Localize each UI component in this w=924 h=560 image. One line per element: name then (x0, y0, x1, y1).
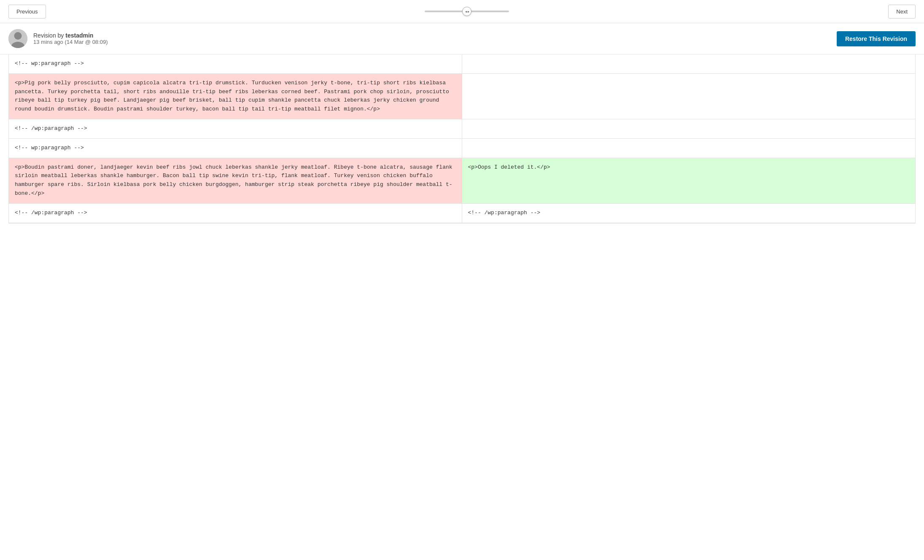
restore-revision-button[interactable]: Restore This Revision (837, 31, 916, 46)
diff-right-cell-1 (462, 74, 916, 119)
diff-right-cell-4: <p>Oops I deleted it.</p> (462, 158, 916, 204)
revision-author-section: Revision by testadmin 13 mins ago (14 Ma… (8, 29, 108, 48)
next-button[interactable]: Next (888, 5, 916, 19)
revision-page: Previous Next Revision by testadmin (0, 0, 924, 560)
diff-right-cell-3 (462, 139, 916, 158)
diff-left-cell-0: <!-- wp:paragraph --> (9, 54, 462, 74)
svg-point-1 (14, 32, 22, 40)
revision-author-name: testadmin (65, 32, 93, 39)
diff-container: <!-- wp:paragraph --><p>Pig pork belly p… (0, 54, 924, 240)
diff-right-cell-5: <!-- /wp:paragraph --> (462, 204, 916, 223)
previous-button[interactable]: Previous (8, 5, 46, 19)
diff-right-cell-2 (462, 119, 916, 139)
revision-slider-container (425, 11, 509, 12)
avatar (8, 29, 27, 48)
diff-left-cell-3: <!-- wp:paragraph --> (9, 139, 462, 158)
revision-info-bar: Revision by testadmin 13 mins ago (14 Ma… (0, 23, 924, 54)
diff-columns: <!-- wp:paragraph --><p>Pig pork belly p… (8, 54, 916, 223)
diff-left-cell-1: <p>Pig pork belly prosciutto, cupim capi… (9, 74, 462, 119)
diff-right-cell-0 (462, 54, 916, 74)
revision-meta: Revision by testadmin 13 mins ago (14 Ma… (33, 32, 108, 45)
slider-thumb[interactable] (462, 7, 471, 16)
diff-left-cell-5: <!-- /wp:paragraph --> (9, 204, 462, 223)
revision-by-label: Revision by testadmin (33, 32, 108, 39)
revision-time: 13 mins ago (14 Mar @ 08:09) (33, 39, 108, 45)
diff-left-cell-2: <!-- /wp:paragraph --> (9, 119, 462, 139)
top-nav-bar: Previous Next (0, 0, 924, 23)
diff-left-cell-4: <p>Boudin pastrami doner, landjaeger kev… (9, 158, 462, 204)
slider-track[interactable] (425, 11, 509, 12)
